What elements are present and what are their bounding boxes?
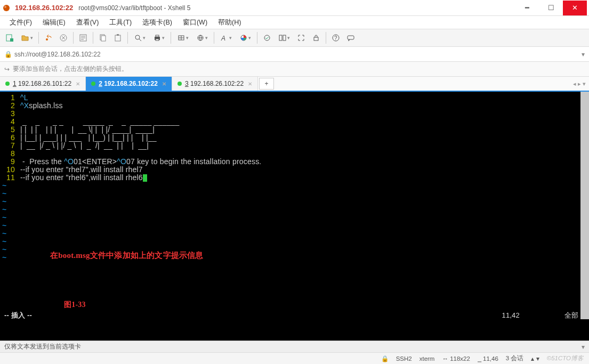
font-button[interactable]: A [217,31,235,44]
tab-num: 2 [99,80,102,87]
figure-label: 图1-33 [64,301,86,309]
vim-scroll-indicator: 全部 [564,311,578,319]
tab-nav-icons[interactable]: ◂ ▸ ▾ [570,77,589,91]
close-icon[interactable]: ✕ [76,81,80,87]
reconnect-button[interactable] [42,31,55,44]
annotation-text: 在boot.msg文件中添加如上的文字提示信息 [50,252,204,260]
status-dot-icon [5,82,10,86]
svg-rect-14 [156,39,159,41]
toolbar: A ? [0,29,589,47]
svg-point-4 [46,38,48,41]
vim-status-line: -- 插入 -- 图1-33 11,42 全部 [0,311,589,319]
open-button[interactable] [18,31,35,44]
capture-button[interactable] [261,31,273,44]
hint-bar: ↪ 要添加当前会话，点击左侧的箭头按钮。 [0,62,589,77]
svg-point-0 [3,5,10,11]
status-size: ↔ 118x22 [442,355,470,362]
status-dot-icon [177,82,182,86]
menu-file[interactable]: 文件(F) [4,17,37,28]
close-icon[interactable]: ✕ [248,81,252,87]
add-tab-button[interactable]: + [259,78,274,90]
feedback-icon[interactable] [344,31,357,44]
find-button[interactable] [131,31,148,44]
status-sessions: 3 会话 [506,354,524,362]
paste-button[interactable] [111,31,124,44]
color-button[interactable] [237,31,254,44]
menu-edit[interactable]: 编辑(E) [37,17,71,28]
svg-rect-20 [279,35,282,41]
vim-tilde-column: ~~~~~~~~~~ [0,182,18,262]
vim-mode: -- 插入 -- [4,311,32,319]
menu-bar: 文件(F) 编辑(E) 查看(V) 工具(T) 选项卡(B) 窗口(W) 帮助(… [0,16,589,29]
session-tabs: 1 192.168.26.101:22 ✕ 2 192.168.26.102:2… [0,77,589,92]
close-button[interactable]: ✕ [563,1,587,15]
copy-button[interactable] [96,31,109,44]
chevron-down-icon[interactable]: ▾ [582,343,585,351]
new-button[interactable] [3,31,16,44]
script-button[interactable] [193,31,211,44]
hint-text: 要添加当前会话，点击左侧的箭头按钮。 [13,64,128,74]
menu-view[interactable]: 查看(V) [71,17,104,28]
app-icon [2,4,11,12]
editor-content[interactable]: ^L^Xsplash.lss _ _ _ _ _____ _ _ _____ _… [20,94,578,182]
svg-text:A: A [221,35,225,42]
status-bar: 🔒 SSH2 xterm ↔ 118x22 ⎯ 11,46 3 会话 ▴ ▾ ©… [0,352,589,364]
maximize-button[interactable]: ☐ [539,1,563,15]
status-lock-icon: 🔒 [381,355,389,362]
svg-rect-25 [348,36,354,39]
add-session-icon[interactable]: ↪ [4,66,10,73]
tab-2[interactable]: 2 192.168.26.102:22 ✕ [86,77,172,91]
watermark: ©51CTO博客 [547,354,584,362]
resize-icon: ↔ [442,355,450,362]
status-nav-icons[interactable]: ▴ ▾ [531,355,539,362]
status-termtype: xterm [419,355,435,362]
svg-rect-9 [115,35,120,41]
svg-point-19 [264,35,270,41]
menu-tools[interactable]: 工具(T) [104,17,137,28]
terminal-scrollbar[interactable] [580,92,589,319]
chevron-down-icon[interactable]: ▾ [582,51,585,58]
transfer-button[interactable] [174,31,191,44]
svg-rect-21 [283,35,286,41]
lock-button[interactable] [310,31,322,44]
tab-1[interactable]: 1 192.168.26.101:22 ✕ [0,77,86,91]
line-number-gutter: 1234567891011 [0,94,18,182]
layout-button[interactable] [276,31,293,44]
status-cursor: ⎯ 11,46 [478,355,498,362]
svg-point-11 [135,35,140,39]
svg-text:?: ? [334,35,337,41]
terminal-view[interactable]: 1234567891011 ^L^Xsplash.lss _ _ _ _ ___… [0,92,589,341]
disconnect-button[interactable] [57,31,70,44]
svg-rect-10 [117,34,119,36]
tab-3[interactable]: 3 192.168.26.102:22 ✕ [172,77,258,91]
status-protocol: SSH2 [396,355,412,362]
lock-icon: 🔒 [4,51,12,58]
title-path: root@vms002:/var/lib/tftpboot - Xshell 5 [78,4,515,12]
title-bar: 192.168.26.102:22 root@vms002:/var/lib/t… [0,0,589,16]
address-text: ssh://root@192.168.26.102:22 [14,51,101,58]
properties-button[interactable] [77,31,90,44]
menu-tab[interactable]: 选项卡(B) [137,17,177,28]
menu-help[interactable]: 帮助(H) [213,17,246,28]
svg-point-1 [4,6,6,8]
send-target-bar[interactable]: 仅将文本发送到当前选项卡 ▾ [0,341,589,352]
menu-window[interactable]: 窗口(W) [177,17,213,28]
fullscreen-button[interactable] [295,31,308,44]
svg-rect-13 [156,35,159,37]
status-dot-icon [91,82,95,86]
title-host: 192.168.26.102:22 [15,4,73,12]
svg-rect-8 [101,36,106,41]
address-bar[interactable]: 🔒 ssh://root@192.168.26.102:22 ▾ [0,47,589,62]
tab-label: 192.168.26.102:22 [104,80,158,87]
close-icon[interactable]: ✕ [162,81,166,87]
tab-label: 192.168.26.102:22 [190,80,244,87]
print-button[interactable] [150,31,167,44]
svg-rect-3 [10,38,13,42]
svg-rect-22 [314,37,318,41]
tab-num: 1 [13,80,17,87]
tab-num: 3 [185,80,189,87]
help-icon[interactable]: ? [329,31,342,44]
vim-ruler: 11,42 [502,311,520,319]
tab-label: 192.168.26.101:22 [18,80,71,87]
minimize-button[interactable]: ━ [515,1,539,15]
